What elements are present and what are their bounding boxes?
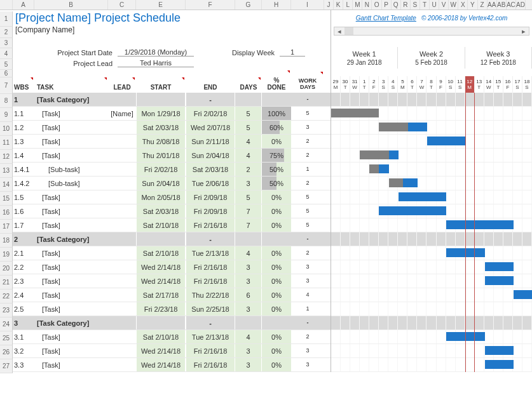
- col-lead: LEAD: [108, 84, 136, 91]
- day-block: 29M: [331, 76, 341, 93]
- row-headers: 1234567891011121314151617181920212223242…: [0, 11, 13, 372]
- table-row[interactable]: 1.7 [Task] Sat 2/10/18 Fri 2/16/18 7 0% …: [13, 218, 331, 232]
- week-scrollbar[interactable]: ◂ ▸: [334, 27, 529, 36]
- gantt-bar: [446, 220, 514, 229]
- gantt-row: [331, 246, 532, 260]
- display-week-value[interactable]: 1: [280, 48, 305, 57]
- credit-text: © 2006-2018 by Vertex42.com: [421, 15, 507, 22]
- gantt-bar-done: [331, 109, 379, 117]
- gantt-bar-done: [360, 150, 388, 159]
- table-row[interactable]: 3 [Task Category] - -: [13, 316, 331, 330]
- gantt-bar: [408, 123, 427, 131]
- gantt-row: [331, 344, 532, 358]
- day-block: 4S: [388, 76, 398, 93]
- gantt-row: [331, 288, 532, 302]
- gantt-bar: [485, 346, 514, 355]
- gantt-row: [331, 232, 532, 246]
- table-row[interactable]: 2.4 [Task] Sat 2/17/18 Thu 2/22/18 6 0% …: [13, 288, 331, 302]
- gantt-row: [331, 107, 532, 121]
- scroll-thumb[interactable]: [344, 27, 353, 35]
- gantt-row: [331, 135, 532, 149]
- gantt-row: [331, 302, 532, 316]
- scroll-right-button[interactable]: ▸: [519, 27, 529, 36]
- day-block: 10S: [446, 76, 456, 93]
- table-row[interactable]: 2.1 [Task] Sat 2/10/18 Tue 2/13/18 4 0% …: [13, 246, 331, 260]
- lead-value[interactable]: Ted Harris: [118, 59, 194, 67]
- gantt-bar: [485, 360, 514, 369]
- day-block: 17S: [513, 76, 522, 93]
- day-block: 15T: [494, 76, 503, 93]
- display-week-label: Display Week: [194, 49, 280, 57]
- table-row[interactable]: 3.1 [Task] Sat 2/10/18 Tue 2/13/18 4 0% …: [13, 330, 331, 344]
- gantt-bar: [403, 178, 418, 187]
- gantt-bar: [446, 332, 484, 341]
- week-block: Week 312 Feb 2018: [465, 47, 532, 69]
- gantt-row: [331, 204, 532, 218]
- gantt-bar: [485, 262, 514, 271]
- table-row[interactable]: 3.2 [Task] Wed 2/14/18 Fri 2/16/18 3 0% …: [13, 344, 331, 358]
- gantt-bar: [446, 248, 484, 257]
- gantt-row: [331, 316, 532, 330]
- table-row[interactable]: 2.2 [Task] Wed 2/14/18 Fri 2/16/18 3 0% …: [13, 260, 331, 274]
- table-row[interactable]: 1.1 [Task] [Name] Mon 1/29/18 Fri 2/02/1…: [13, 107, 331, 121]
- day-block: 11S: [456, 76, 465, 93]
- week-block: Week 25 Feb 2018: [398, 47, 465, 69]
- start-date-label: Project Start Date: [13, 49, 118, 57]
- gantt-row: [331, 93, 532, 107]
- gantt-bar: [389, 150, 399, 159]
- table-row[interactable]: 1 [Task Category] - -: [13, 93, 331, 107]
- day-block: 6T: [407, 76, 417, 93]
- day-block: 18S: [522, 76, 532, 93]
- scroll-left-button[interactable]: ◂: [334, 27, 344, 36]
- gantt-row: [331, 218, 532, 232]
- table-row[interactable]: 1.3 [Task] Thu 2/08/18 Sun 2/11/18 4 0% …: [13, 135, 331, 149]
- table-row[interactable]: 1.6 [Task] Sat 2/03/18 Fri 2/09/18 7 0% …: [13, 204, 331, 218]
- gantt-row: [331, 358, 532, 372]
- day-block: 5M: [398, 76, 407, 93]
- gantt-bar: [379, 206, 446, 215]
- lead-label: Project Lead: [13, 60, 118, 67]
- column-headers: ABCEFGHIJKLMNOPQRSTUVWXYZAAABACAD: [0, 0, 532, 10]
- table-row[interactable]: 1.4.2 [Sub-task] Sun 2/04/18 Tue 2/06/18…: [13, 177, 331, 190]
- table-row[interactable]: 2.5 [Task] Fri 2/23/18 Sun 2/25/18 3 0% …: [13, 302, 331, 316]
- gantt-row: [331, 274, 532, 288]
- day-block: 3S: [379, 76, 388, 93]
- gantt-bar: [514, 290, 532, 299]
- table-row[interactable]: 1.4.1 [Sub-task] Fri 2/02/18 Sat 2/03/18…: [13, 163, 331, 177]
- table-header: WBS TASK LEAD START END DAYS %DONE WORKD…: [13, 76, 331, 93]
- col-end: END: [186, 84, 235, 91]
- col-wbs: WBS: [13, 84, 34, 91]
- day-block: 14W: [484, 76, 494, 93]
- col-work: WORKDAYS: [291, 78, 324, 91]
- day-block: 12M: [465, 76, 475, 93]
- gantt-bar: [485, 276, 514, 285]
- table-row[interactable]: 2 [Task Category] - -: [13, 232, 331, 246]
- gantt-row: [331, 260, 532, 274]
- credit-link[interactable]: Gantt Chart Template: [356, 15, 416, 22]
- day-block: 30T: [341, 76, 350, 93]
- day-block: 9F: [437, 76, 446, 93]
- gantt-row: [331, 149, 532, 163]
- day-block: 31W: [350, 76, 360, 93]
- gantt-row: [331, 121, 532, 135]
- table-row[interactable]: 2.3 [Task] Wed 2/14/18 Fri 2/16/18 3 0% …: [13, 274, 331, 288]
- col-task: TASK: [34, 84, 108, 91]
- col-days: DAYS: [235, 84, 262, 91]
- start-date-value[interactable]: 1/29/2018 (Monday): [118, 48, 194, 57]
- day-block: 8T: [426, 76, 436, 93]
- week-block: Week 129 Jan 2018: [331, 47, 398, 69]
- page-title: [Project Name] Project Schedule: [13, 11, 181, 25]
- day-header: 29M30T31W1T2F3S4S5M6T7W8T9F10S11S12M13T1…: [331, 76, 532, 93]
- company-name[interactable]: [Company Name]: [13, 25, 331, 34]
- gantt-row: [331, 190, 532, 204]
- table-row[interactable]: 1.5 [Task] Mon 2/05/18 Fri 2/09/18 5 0% …: [13, 190, 331, 204]
- gantt-row: [331, 163, 532, 177]
- gantt-bar-done: [369, 164, 379, 173]
- day-block: 1T: [360, 76, 369, 93]
- gantt-bar-done: [379, 123, 407, 131]
- table-row[interactable]: 3.3 [Task] Wed 2/14/18 Fri 2/16/18 3 0% …: [13, 358, 331, 372]
- table-row[interactable]: 1.2 [Task] Sat 2/03/18 Wed 2/07/18 5 60%…: [13, 121, 331, 135]
- col-start: START: [136, 84, 186, 91]
- table-row[interactable]: 1.4 [Task] Thu 2/01/18 Sun 2/04/18 4 75%…: [13, 149, 331, 163]
- day-block: 7W: [417, 76, 426, 93]
